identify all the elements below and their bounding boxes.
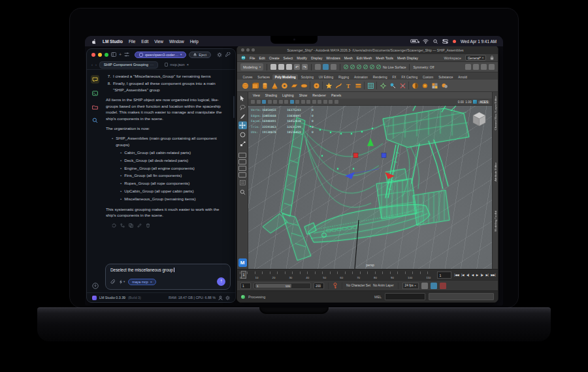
viewport-icon[interactable]: [329, 100, 333, 104]
delete-history-icon[interactable]: [399, 82, 406, 89]
menu-mesh-display[interactable]: Mesh Display: [397, 56, 418, 60]
camera-label[interactable]: persp: [366, 263, 374, 267]
uv-grid-icon[interactable]: [367, 82, 374, 89]
step-back-frame-button[interactable]: ◀|: [466, 273, 469, 277]
gamma-value[interactable]: 1.00: [465, 101, 471, 104]
auto-key-icon[interactable]: [440, 283, 446, 289]
panel-menu-shading[interactable]: Shading: [265, 93, 277, 97]
menu-edit-mesh[interactable]: Edit Mesh: [357, 56, 372, 60]
scrollbar-thumb[interactable]: [233, 96, 235, 118]
viewport-icon[interactable]: [318, 100, 321, 104]
toolbar-icon[interactable]: [465, 64, 471, 70]
poly-plane-icon[interactable]: [290, 82, 298, 89]
viewport-icon[interactable]: [312, 100, 316, 104]
symmetry-object-icon[interactable]: [344, 65, 348, 69]
menu-create[interactable]: Create: [269, 56, 280, 60]
platonic-solid-icon[interactable]: [312, 82, 320, 89]
menubar-window[interactable]: Window: [169, 39, 184, 44]
color-management-icon[interactable]: [473, 100, 477, 104]
timeline-ticks[interactable]: 1 0102030405060708090100110: [240, 271, 434, 279]
svg-tool-icon[interactable]: [354, 82, 362, 89]
layout-single-pane[interactable]: [238, 153, 246, 158]
select-tool[interactable]: [238, 94, 247, 102]
branch-icon[interactable]: [120, 223, 125, 228]
shelf-tab-poly-modeling[interactable]: Poly Modeling: [272, 74, 298, 80]
view-cube[interactable]: [470, 110, 488, 127]
chip-close-icon[interactable]: ×: [150, 280, 152, 284]
viewport-icon[interactable]: [262, 100, 266, 104]
go-to-end-button[interactable]: ▶▶|: [491, 273, 495, 277]
menu-file[interactable]: File: [250, 56, 255, 60]
chat-input-value[interactable]: Deselect the miscellaneous group: [110, 268, 173, 272]
viewport-icon[interactable]: [323, 100, 327, 104]
nav-discover-icon[interactable]: [91, 116, 99, 125]
shelf-tab-fx-caching[interactable]: FX Caching: [399, 74, 420, 80]
shelf-tab-curves[interactable]: Curves: [240, 74, 255, 80]
ik-handle-icon[interactable]: [389, 82, 397, 89]
layout-two-pane[interactable]: [238, 159, 246, 164]
nav-back-icon[interactable]: ‹: [91, 63, 93, 67]
panel-menu-view[interactable]: View: [253, 93, 260, 97]
render-settings-icon[interactable]: [421, 82, 429, 89]
current-frame-field[interactable]: 1: [437, 271, 451, 279]
snap-curve-icon[interactable]: [323, 64, 329, 70]
scale-tool[interactable]: [238, 140, 247, 147]
menubar-app-name[interactable]: LM Studio: [103, 39, 123, 44]
send-button[interactable]: ↑: [217, 277, 225, 286]
menu-modify[interactable]: Modify: [297, 56, 307, 60]
menu-edit[interactable]: Edit: [259, 56, 265, 60]
viewport-icon[interactable]: [290, 100, 294, 104]
download-icon[interactable]: [91, 281, 99, 290]
control-center-icon[interactable]: [442, 39, 448, 44]
lasso-tool[interactable]: [238, 103, 247, 111]
outliner-pane-button[interactable]: [238, 179, 247, 187]
symmetry-topo-icon[interactable]: [376, 65, 381, 69]
new-chat-icon[interactable]: +: [119, 53, 122, 57]
viewport-icon[interactable]: [306, 100, 310, 104]
range-groove[interactable]: 1 120: [253, 283, 311, 289]
animation-start-field[interactable]: 1: [240, 283, 251, 289]
tab-attribute-editor[interactable]: Attribute Editor: [494, 163, 497, 181]
nav-forward-icon[interactable]: ›: [95, 63, 97, 67]
viewport-icon[interactable]: [273, 100, 277, 104]
light-icon[interactable]: [440, 82, 448, 89]
poly-cube-icon[interactable]: [251, 82, 259, 89]
menu-display[interactable]: Display: [311, 56, 322, 60]
nav-chat-icon[interactable]: [91, 75, 99, 84]
model-selector[interactable]: qwen/qwen3-coder… ▾: [135, 52, 186, 58]
panel-menu-renderer[interactable]: Renderer: [312, 93, 326, 97]
shelf-tab-surfaces[interactable]: Surfaces: [255, 74, 272, 80]
rotate-tool[interactable]: [238, 131, 247, 138]
close-button[interactable]: [91, 53, 95, 57]
viewport-icon[interactable]: [251, 100, 255, 104]
close-button[interactable]: [241, 48, 244, 52]
anim-prefs-icon[interactable]: [431, 283, 437, 289]
apple-logo-icon[interactable]: [91, 39, 97, 44]
character-set-selector[interactable]: No Character Set: [346, 284, 370, 287]
tab-channel-box[interactable]: Channel Box / Layer Editor: [494, 96, 497, 130]
toolbar-icon[interactable]: [473, 64, 479, 70]
minimize-button[interactable]: [246, 48, 250, 52]
symmetry-world-icon[interactable]: [350, 65, 355, 69]
viewport-icon[interactable]: [301, 100, 305, 104]
playback-options-icon[interactable]: [421, 283, 428, 289]
wrench-icon[interactable]: [225, 52, 231, 57]
chat-input[interactable]: Deselect the miscellaneous group ▾ maya …: [105, 264, 231, 290]
menu-mesh-tools[interactable]: Mesh Tools: [376, 56, 393, 60]
viewport-canvas[interactable]: Verts:16854455163752030 Edges:3380366833…: [248, 106, 492, 269]
copy-icon[interactable]: [129, 223, 133, 228]
toolbar-icon[interactable]: [489, 64, 495, 70]
shelf-tab-rigging[interactable]: Rigging: [336, 74, 351, 80]
menubar-file[interactable]: File: [129, 39, 135, 44]
type-tool-icon[interactable]: T: [344, 82, 352, 89]
step-forward-frame-button[interactable]: |▶: [481, 273, 483, 277]
menu-select[interactable]: Select: [284, 56, 293, 60]
snap-grid-icon[interactable]: [315, 64, 321, 70]
panel-menu-panels[interactable]: Panels: [331, 93, 341, 97]
go-to-start-button[interactable]: |◀◀: [454, 273, 459, 277]
delete-icon[interactable]: [146, 223, 150, 228]
open-scene-icon[interactable]: [278, 64, 284, 70]
viewport-icon[interactable]: [295, 100, 299, 104]
sidebar-toggle-icon[interactable]: [111, 52, 116, 57]
poly-torus-icon[interactable]: [280, 82, 288, 89]
